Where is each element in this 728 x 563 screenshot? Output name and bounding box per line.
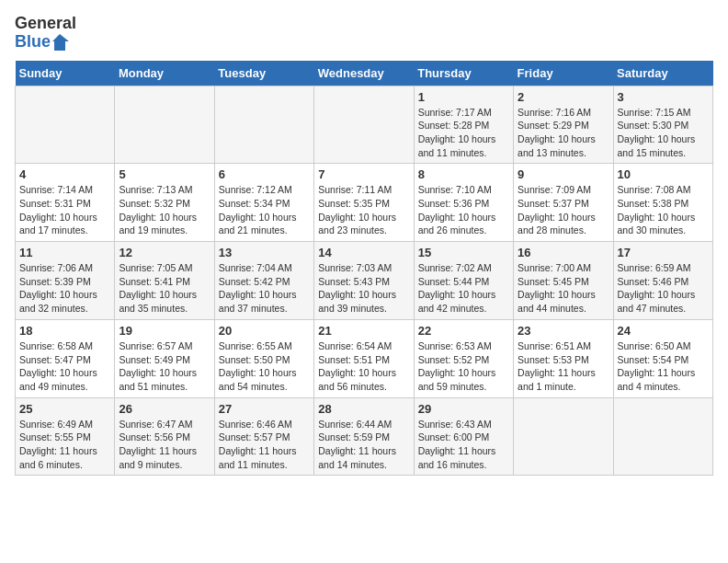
day-cell: 29Sunrise: 6:43 AM Sunset: 6:00 PM Dayli… — [414, 397, 513, 476]
header: General Blue — [15, 15, 713, 52]
header-day-sunday: Sunday — [16, 61, 115, 86]
day-info: Sunrise: 6:58 AM Sunset: 5:47 PM Dayligh… — [19, 339, 110, 394]
day-number: 20 — [219, 324, 310, 338]
day-number: 27 — [219, 402, 310, 416]
day-info: Sunrise: 6:47 AM Sunset: 5:56 PM Dayligh… — [119, 418, 210, 472]
day-number: 26 — [119, 402, 210, 416]
day-cell — [514, 397, 613, 476]
logo-blue: Blue — [15, 33, 51, 52]
day-info: Sunrise: 6:49 AM Sunset: 5:55 PM Dayligh… — [19, 418, 110, 472]
day-number: 3 — [618, 90, 709, 104]
day-number: 15 — [418, 246, 509, 259]
header-day-monday: Monday — [115, 61, 214, 86]
week-row-5: 25Sunrise: 6:49 AM Sunset: 5:55 PM Dayli… — [16, 397, 713, 476]
day-cell: 3Sunrise: 7:15 AM Sunset: 5:30 PM Daylig… — [613, 86, 712, 164]
day-cell: 4Sunrise: 7:14 AM Sunset: 5:31 PM Daylig… — [16, 164, 115, 242]
header-day-wednesday: Wednesday — [314, 61, 414, 86]
day-number: 14 — [318, 246, 409, 259]
day-cell: 16Sunrise: 7:00 AM Sunset: 5:45 PM Dayli… — [514, 242, 613, 320]
day-number: 17 — [618, 246, 709, 259]
day-number: 2 — [518, 90, 609, 104]
day-info: Sunrise: 7:03 AM Sunset: 5:43 PM Dayligh… — [318, 261, 409, 316]
day-cell: 11Sunrise: 7:06 AM Sunset: 5:39 PM Dayli… — [16, 242, 115, 320]
header-day-saturday: Saturday — [613, 61, 712, 86]
day-number: 24 — [618, 324, 709, 338]
day-cell: 10Sunrise: 7:08 AM Sunset: 5:38 PM Dayli… — [613, 164, 712, 242]
day-number: 6 — [219, 167, 310, 181]
day-info: Sunrise: 6:44 AM Sunset: 5:59 PM Dayligh… — [318, 418, 409, 472]
day-info: Sunrise: 7:16 AM Sunset: 5:29 PM Dayligh… — [518, 106, 609, 160]
day-cell: 27Sunrise: 6:46 AM Sunset: 5:57 PM Dayli… — [214, 397, 313, 476]
day-info: Sunrise: 7:10 AM Sunset: 5:36 PM Dayligh… — [418, 183, 509, 237]
day-info: Sunrise: 7:02 AM Sunset: 5:44 PM Dayligh… — [418, 261, 509, 316]
day-cell — [115, 86, 214, 164]
day-number: 11 — [19, 246, 110, 259]
day-info: Sunrise: 6:54 AM Sunset: 5:51 PM Dayligh… — [318, 339, 409, 394]
day-number: 8 — [418, 167, 509, 181]
day-cell: 21Sunrise: 6:54 AM Sunset: 5:51 PM Dayli… — [314, 319, 414, 397]
day-number: 19 — [119, 324, 210, 338]
day-cell: 28Sunrise: 6:44 AM Sunset: 5:59 PM Dayli… — [314, 397, 414, 476]
day-info: Sunrise: 7:17 AM Sunset: 5:28 PM Dayligh… — [418, 106, 509, 160]
day-info: Sunrise: 6:59 AM Sunset: 5:46 PM Dayligh… — [618, 261, 709, 316]
day-cell: 1Sunrise: 7:17 AM Sunset: 5:28 PM Daylig… — [414, 86, 513, 164]
day-cell: 9Sunrise: 7:09 AM Sunset: 5:37 PM Daylig… — [514, 164, 613, 242]
day-info: Sunrise: 7:08 AM Sunset: 5:38 PM Dayligh… — [618, 183, 709, 237]
day-cell: 26Sunrise: 6:47 AM Sunset: 5:56 PM Dayli… — [115, 397, 214, 476]
day-cell: 22Sunrise: 6:53 AM Sunset: 5:52 PM Dayli… — [414, 319, 513, 397]
calendar-table: SundayMondayTuesdayWednesdayThursdayFrid… — [15, 61, 713, 477]
day-number: 13 — [219, 246, 310, 259]
day-info: Sunrise: 6:53 AM Sunset: 5:52 PM Dayligh… — [418, 339, 509, 394]
day-number: 28 — [318, 402, 409, 416]
day-info: Sunrise: 7:12 AM Sunset: 5:34 PM Dayligh… — [219, 183, 310, 237]
week-row-1: 1Sunrise: 7:17 AM Sunset: 5:28 PM Daylig… — [16, 86, 713, 164]
day-cell: 13Sunrise: 7:04 AM Sunset: 5:42 PM Dayli… — [214, 242, 313, 320]
day-number: 5 — [119, 167, 210, 181]
day-number: 10 — [618, 167, 709, 181]
day-number: 18 — [19, 324, 110, 338]
day-info: Sunrise: 7:11 AM Sunset: 5:35 PM Dayligh… — [318, 183, 409, 237]
week-row-4: 18Sunrise: 6:58 AM Sunset: 5:47 PM Dayli… — [16, 319, 713, 397]
day-cell — [613, 397, 712, 476]
day-cell — [16, 86, 115, 164]
day-info: Sunrise: 7:06 AM Sunset: 5:39 PM Dayligh… — [19, 261, 110, 316]
day-number: 9 — [518, 167, 609, 181]
day-info: Sunrise: 7:14 AM Sunset: 5:31 PM Dayligh… — [19, 183, 110, 237]
day-cell: 17Sunrise: 6:59 AM Sunset: 5:46 PM Dayli… — [613, 242, 712, 320]
day-cell: 25Sunrise: 6:49 AM Sunset: 5:55 PM Dayli… — [16, 397, 115, 476]
header-day-friday: Friday — [514, 61, 613, 86]
day-number: 1 — [418, 90, 509, 104]
day-cell: 20Sunrise: 6:55 AM Sunset: 5:50 PM Dayli… — [214, 319, 313, 397]
svg-marker-0 — [52, 34, 69, 51]
day-number: 23 — [518, 324, 609, 338]
day-info: Sunrise: 6:57 AM Sunset: 5:49 PM Dayligh… — [119, 339, 210, 394]
day-info: Sunrise: 7:15 AM Sunset: 5:30 PM Dayligh… — [618, 106, 709, 160]
header-row: SundayMondayTuesdayWednesdayThursdayFrid… — [16, 61, 713, 86]
header-day-tuesday: Tuesday — [214, 61, 313, 86]
day-cell: 19Sunrise: 6:57 AM Sunset: 5:49 PM Dayli… — [115, 319, 214, 397]
day-cell — [214, 86, 313, 164]
header-day-thursday: Thursday — [414, 61, 513, 86]
logo: General Blue — [15, 15, 76, 52]
day-number: 22 — [418, 324, 509, 338]
day-cell: 12Sunrise: 7:05 AM Sunset: 5:41 PM Dayli… — [115, 242, 214, 320]
day-info: Sunrise: 7:13 AM Sunset: 5:32 PM Dayligh… — [119, 183, 210, 237]
day-number: 16 — [518, 246, 609, 259]
day-cell: 6Sunrise: 7:12 AM Sunset: 5:34 PM Daylig… — [214, 164, 313, 242]
day-cell: 14Sunrise: 7:03 AM Sunset: 5:43 PM Dayli… — [314, 242, 414, 320]
day-cell: 2Sunrise: 7:16 AM Sunset: 5:29 PM Daylig… — [514, 86, 613, 164]
day-number: 7 — [318, 167, 409, 181]
day-number: 25 — [19, 402, 110, 416]
day-cell: 7Sunrise: 7:11 AM Sunset: 5:35 PM Daylig… — [314, 164, 414, 242]
day-info: Sunrise: 6:46 AM Sunset: 5:57 PM Dayligh… — [219, 418, 310, 472]
day-info: Sunrise: 6:50 AM Sunset: 5:54 PM Dayligh… — [618, 339, 709, 394]
day-number: 4 — [19, 167, 110, 181]
day-info: Sunrise: 7:09 AM Sunset: 5:37 PM Dayligh… — [518, 183, 609, 237]
day-cell: 24Sunrise: 6:50 AM Sunset: 5:54 PM Dayli… — [613, 319, 712, 397]
day-number: 21 — [318, 324, 409, 338]
logo-text: General Blue — [15, 15, 76, 52]
logo-general: General — [15, 15, 76, 33]
week-row-2: 4Sunrise: 7:14 AM Sunset: 5:31 PM Daylig… — [16, 164, 713, 242]
day-info: Sunrise: 7:00 AM Sunset: 5:45 PM Dayligh… — [518, 261, 609, 316]
day-info: Sunrise: 6:55 AM Sunset: 5:50 PM Dayligh… — [219, 339, 310, 394]
